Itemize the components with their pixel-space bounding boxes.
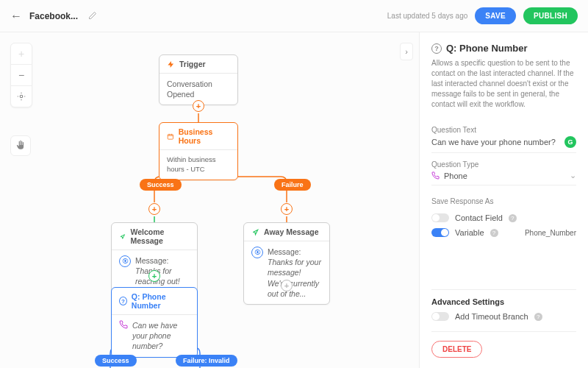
question-icon: ? bbox=[431, 43, 442, 54]
node-hours-title: Business Hours bbox=[179, 127, 230, 145]
help-icon[interactable]: ? bbox=[490, 229, 498, 237]
node-hours-body: Within business hours - UTC bbox=[159, 150, 237, 180]
node-welcome-message[interactable]: Welcome Message ⦿ Message: Thanks for re… bbox=[111, 222, 198, 293]
svg-rect-1 bbox=[168, 134, 173, 138]
last-updated-text: Last updated 5 days ago bbox=[387, 12, 468, 20]
message-icon: ⦿ bbox=[119, 255, 131, 267]
contact-field-toggle[interactable] bbox=[431, 213, 449, 222]
collapse-sidebar-icon[interactable]: › bbox=[400, 43, 413, 60]
chevron-down-icon: ⌄ bbox=[570, 171, 576, 180]
timeout-toggle[interactable] bbox=[431, 312, 449, 321]
add-after-welcome[interactable]: + bbox=[148, 270, 160, 282]
edit-title-icon[interactable] bbox=[88, 11, 97, 21]
variable-toggle[interactable] bbox=[431, 228, 449, 237]
node-away-message[interactable]: Away Message ⦿ Message: Thanks for your … bbox=[243, 222, 330, 305]
advanced-settings-label: Advanced Settings bbox=[431, 289, 576, 306]
zoom-in-button[interactable]: + bbox=[11, 43, 32, 64]
delete-button[interactable]: DELETE bbox=[431, 341, 482, 358]
node-away-body: Message: Thanks for your message! We're … bbox=[268, 247, 322, 299]
node-business-hours[interactable]: Business Hours Within business hours - U… bbox=[159, 122, 238, 180]
help-icon[interactable]: ? bbox=[534, 313, 542, 321]
node-welcome-body: Message: Thanks for reaching out! bbox=[135, 255, 190, 287]
back-arrow-icon[interactable]: ← bbox=[10, 10, 22, 23]
node-trigger-title: Trigger bbox=[179, 60, 206, 68]
question-text-label: Question Text bbox=[431, 126, 576, 134]
variable-name-value[interactable]: Phone_Number bbox=[525, 229, 576, 237]
workflow-title: Facebook... bbox=[29, 11, 78, 21]
phone-icon bbox=[431, 171, 440, 180]
branch-success-pill: Success bbox=[140, 179, 182, 191]
question-text-value[interactable]: Can we have your phone number? bbox=[431, 138, 556, 146]
save-button[interactable]: SAVE bbox=[475, 7, 516, 24]
help-icon[interactable]: ? bbox=[509, 214, 517, 222]
node-away-title: Away Message bbox=[264, 227, 319, 236]
branch-question-success: Success bbox=[95, 355, 137, 367]
zoom-out-button[interactable]: − bbox=[11, 65, 32, 85]
branch-failure-pill: Failure bbox=[274, 179, 311, 191]
grammarly-icon[interactable]: G bbox=[564, 136, 576, 148]
node-question-title: Q: Phone Number bbox=[132, 292, 190, 310]
question-icon: ? bbox=[119, 297, 127, 305]
svg-point-0 bbox=[20, 95, 23, 98]
save-response-label: Save Response As bbox=[431, 197, 576, 205]
publish-button[interactable]: PUBLISH bbox=[523, 7, 578, 24]
message-icon: ⦿ bbox=[251, 247, 263, 258]
node-question-phone[interactable]: ? Q: Phone Number Can we have your phone… bbox=[111, 287, 198, 358]
timeout-label: Add Timeout Branch bbox=[455, 312, 528, 321]
properties-panel: ? Q: Phone Number Allows a specific ques… bbox=[419, 32, 588, 368]
add-after-away[interactable]: + bbox=[281, 280, 293, 291]
zoom-toolbar: + − bbox=[10, 43, 32, 107]
panel-title: Q: Phone Number bbox=[446, 43, 528, 54]
phone-icon bbox=[119, 320, 128, 332]
flow-canvas[interactable]: + − › bbox=[0, 32, 419, 368]
add-after-trigger[interactable]: + bbox=[193, 100, 204, 112]
variable-label: Variable bbox=[455, 228, 484, 237]
fit-button[interactable] bbox=[11, 86, 32, 107]
panel-description: Allows a specific question to be sent to… bbox=[431, 58, 576, 110]
add-failure-branch[interactable]: + bbox=[281, 203, 293, 215]
node-trigger[interactable]: Trigger Conversation Opened bbox=[159, 54, 238, 105]
add-success-branch[interactable]: + bbox=[148, 203, 160, 215]
node-question-body: Can we have your phone number? bbox=[132, 320, 190, 352]
node-welcome-title: Welcome Message bbox=[131, 227, 190, 245]
question-type-label: Question Type bbox=[431, 160, 576, 169]
branch-question-failure: Failure: Invalid bbox=[176, 355, 237, 367]
contact-field-label: Contact Field bbox=[455, 213, 503, 222]
question-type-select[interactable]: Phone ⌄ bbox=[431, 171, 576, 185]
